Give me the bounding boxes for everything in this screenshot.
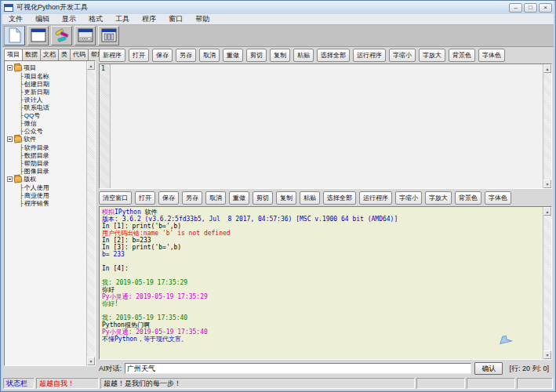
console-button-剪切[interactable]: 剪切 xyxy=(253,191,273,205)
collapse-icon[interactable] xyxy=(7,65,13,71)
editor-button-复制[interactable]: 复制 xyxy=(270,49,290,62)
console-line: 你好 xyxy=(102,286,543,293)
console-button-保存[interactable]: 保存 xyxy=(158,191,179,205)
editor-button-新程序[interactable]: 新程序 xyxy=(99,49,125,62)
toolbar-button-table-window[interactable] xyxy=(98,26,119,45)
tree-item-微信[interactable]: ├微信 xyxy=(7,119,86,127)
tab-代码[interactable]: 代码 xyxy=(70,49,89,60)
tree-item-公众号[interactable]: ├公众号 xyxy=(7,127,86,135)
editor-button-打开[interactable]: 打开 xyxy=(129,49,149,62)
console-line: 用户代码出错:name 'b' is not defined xyxy=(102,230,543,237)
collapse-icon[interactable] xyxy=(7,136,13,142)
maximize-icon[interactable]: □ xyxy=(524,3,537,13)
console-button-清空窗口[interactable]: 清空窗口 xyxy=(99,191,132,205)
editor-button-运行程序[interactable]: 运行程序 xyxy=(353,49,386,62)
editor-button-重做[interactable]: 重做 xyxy=(223,49,243,62)
tab-类[interactable]: 类 xyxy=(58,49,71,60)
toolbar-button-format-colors[interactable] xyxy=(51,26,72,45)
editor-button-取消[interactable]: 取消 xyxy=(199,49,220,62)
editor-button-粘贴[interactable]: 粘贴 xyxy=(293,49,314,62)
editor-button-字体色[interactable]: 字体色 xyxy=(478,49,505,62)
editor-body[interactable] xyxy=(111,64,543,188)
console-button-粘贴[interactable]: 粘贴 xyxy=(300,191,320,205)
console-text-segment: 软件 xyxy=(141,209,158,216)
editor-button-保存[interactable]: 保存 xyxy=(152,49,173,62)
editor-button-选择全部[interactable]: 选择全部 xyxy=(317,49,350,62)
console-panel[interactable]: 模拟IPython 软件版本: 3.6.2 (v3.6.2:5fd33b5, J… xyxy=(99,206,552,360)
scroll-down-icon[interactable]: ▼ xyxy=(543,350,551,359)
tree-item-帮助目录[interactable]: ├帮助目录 xyxy=(7,159,86,167)
console-button-运行程序[interactable]: 运行程序 xyxy=(359,191,392,205)
console-line xyxy=(102,258,543,265)
tree-group-版权[interactable]: 版权 xyxy=(7,175,86,183)
menu-item-工具[interactable]: 工具 xyxy=(109,14,136,24)
console-line: In [2]: b=233 xyxy=(102,237,543,244)
menu-item-窗口[interactable]: 窗口 xyxy=(162,14,189,24)
tree-item-label: 程序销售 xyxy=(24,199,49,208)
tree-item-个人使用[interactable]: ├个人使用 xyxy=(7,183,86,191)
scroll-down-icon[interactable]: ▼ xyxy=(543,180,551,188)
tree-item-商业使用[interactable]: ├商业使用 xyxy=(7,191,86,199)
menu-item-程序[interactable]: 程序 xyxy=(136,14,162,24)
tab-项目[interactable]: 项目 xyxy=(4,49,23,60)
console-button-重做[interactable]: 重做 xyxy=(229,191,249,205)
editor-button-背景色[interactable]: 背景色 xyxy=(449,49,475,62)
console-line: In [1]: print('b=',b) xyxy=(102,223,543,230)
tree-branch-icon: ├ xyxy=(20,112,24,119)
console-button-另存[interactable]: 另存 xyxy=(182,191,202,205)
scroll-up-icon[interactable]: ▲ xyxy=(543,207,551,216)
tab-文档[interactable]: 文档 xyxy=(40,49,59,60)
menu-item-帮助[interactable]: 帮助 xyxy=(189,14,216,24)
console-button-复制[interactable]: 复制 xyxy=(276,191,296,205)
tree-scrollbar[interactable]: ▲ ▼ xyxy=(86,61,95,365)
scroll-up-icon[interactable]: ▲ xyxy=(543,64,551,73)
close-icon[interactable]: × xyxy=(539,3,552,13)
confirm-button[interactable]: 确认 xyxy=(474,362,503,375)
tree-item-程序销售[interactable]: ├程序销售 xyxy=(7,199,86,207)
console-line: Python很热门啊 xyxy=(102,321,543,328)
console-button-字缩小[interactable]: 字缩小 xyxy=(395,191,422,205)
tree-item-项目名称[interactable]: ├项目名称 xyxy=(7,72,86,80)
toolbar-button-new-file[interactable] xyxy=(4,26,25,45)
editor-button-另存[interactable]: 另存 xyxy=(176,49,196,62)
minimize-icon[interactable]: – xyxy=(509,3,522,13)
tree-group-项目[interactable]: 项目 xyxy=(7,64,86,72)
tree-item-QQ号[interactable]: ├QQ号 xyxy=(7,111,86,119)
tree-item-更新日期[interactable]: ├更新日期 xyxy=(7,88,86,96)
tree-item-数据目录[interactable]: ├数据目录 xyxy=(7,151,86,159)
console-line: In [4]: xyxy=(102,265,543,272)
editor-scrollbar[interactable]: ▲ ▼ xyxy=(543,64,551,188)
window-title: 可视化Python开发工具 xyxy=(16,2,88,13)
console-button-字放大[interactable]: 字放大 xyxy=(425,191,452,205)
tree-item-图像目录[interactable]: ├图像目录 xyxy=(7,167,86,175)
editor-button-字放大[interactable]: 字放大 xyxy=(419,49,445,62)
tree-item-设计人[interactable]: ├设计人 xyxy=(7,96,86,103)
toolbar-button-console-window[interactable] xyxy=(74,26,96,45)
console-button-取消[interactable]: 取消 xyxy=(205,191,226,205)
tree-branch-icon: ├ xyxy=(20,89,24,96)
console-button-选择全部[interactable]: 选择全部 xyxy=(323,191,356,205)
menu-item-文件[interactable]: 文件 xyxy=(2,14,29,24)
scroll-down-icon[interactable]: ▼ xyxy=(87,357,95,365)
collapse-icon[interactable] xyxy=(7,176,13,182)
folder-icon xyxy=(13,136,22,143)
tab-数据[interactable]: 数据 xyxy=(22,49,41,60)
ai-chat-input[interactable] xyxy=(125,363,471,374)
toolbar-button-app-window[interactable] xyxy=(27,26,49,45)
console-button-字体色[interactable]: 字体色 xyxy=(485,191,511,205)
code-editor[interactable]: 1 ▲ ▼ xyxy=(99,64,552,189)
tree-item-联系电话[interactable]: ├联系电话 xyxy=(7,103,86,111)
tree-group-软件[interactable]: 软件 xyxy=(7,135,86,143)
scroll-up-icon[interactable]: ▲ xyxy=(87,61,95,70)
tree-item-软件目录[interactable]: ├软件目录 xyxy=(7,143,86,151)
tree-item-创建日期[interactable]: ├创建日期 xyxy=(7,80,86,88)
menu-item-显示[interactable]: 显示 xyxy=(56,14,82,24)
menu-item-格式[interactable]: 格式 xyxy=(82,14,109,24)
menu-item-编辑[interactable]: 编辑 xyxy=(29,14,56,24)
console-line: Py小灵通: 2019-05-19 17:35:40 xyxy=(102,328,543,336)
editor-button-剪切[interactable]: 剪切 xyxy=(246,49,267,62)
console-button-打开[interactable]: 打开 xyxy=(135,191,155,205)
console-button-背景色[interactable]: 背景色 xyxy=(455,191,482,205)
editor-button-字缩小[interactable]: 字缩小 xyxy=(389,49,416,62)
console-scrollbar[interactable]: ▲ ▼ xyxy=(543,207,551,359)
